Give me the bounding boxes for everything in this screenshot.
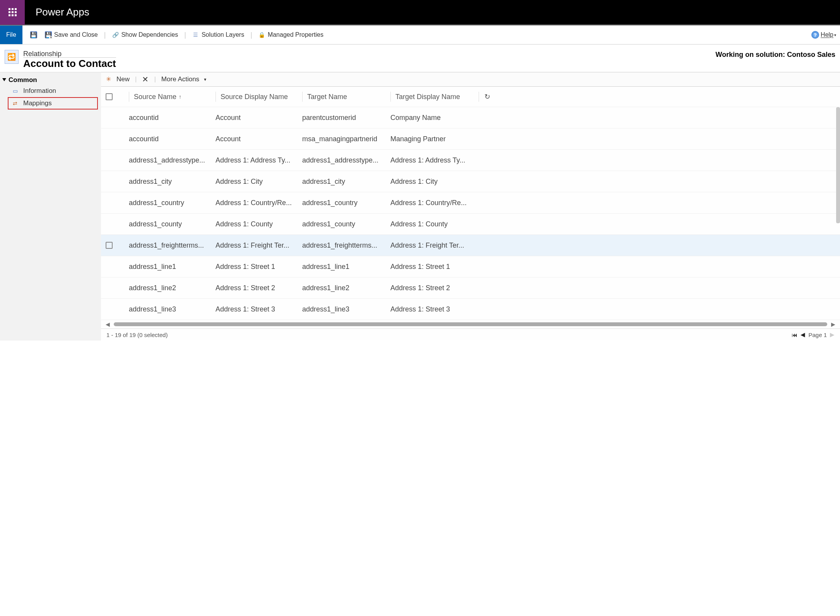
managed-properties-button[interactable]: 🔒 Managed Properties	[258, 31, 323, 38]
sidebar-item-label: Information	[23, 87, 56, 95]
layers-icon: ☰	[192, 31, 199, 38]
table-row[interactable]: accountidAccountmsa_managingpartneridMan…	[101, 128, 840, 150]
cell-target-name: address1_line3	[302, 305, 390, 313]
cell-target-display-name: Address 1: County	[390, 220, 479, 228]
more-actions-menu[interactable]: More Actions ▼	[161, 75, 207, 83]
cell-target-name: address1_addresstype...	[302, 156, 390, 164]
table-row[interactable]: address1_freightterms...Address 1: Freig…	[101, 235, 840, 256]
table-row[interactable]: accountidAccountparentcustomeridCompany …	[101, 107, 840, 128]
scroll-track[interactable]	[114, 322, 827, 326]
context-subtitle: Relationship	[23, 50, 116, 58]
cell-target-name: address1_country	[302, 199, 390, 207]
expand-icon	[2, 78, 6, 81]
app-launcher[interactable]	[0, 0, 25, 25]
cell-source-display-name: Address 1: Street 2	[216, 284, 302, 292]
cell-source-name: address1_line1	[129, 263, 216, 271]
horizontal-scrollbar[interactable]: ◀ ▶	[101, 320, 840, 329]
cell-target-display-name: Address 1: Country/Re...	[390, 199, 479, 207]
managed-icon: 🔒	[258, 31, 265, 38]
cell-source-display-name: Address 1: Street 3	[216, 305, 302, 313]
relationship-icon: 🔁	[5, 50, 19, 64]
solution-label: Working on solution: Contoso Sales	[715, 50, 835, 59]
context-title: Account to Contact	[23, 57, 116, 70]
cell-target-display-name: Managing Partner	[390, 135, 479, 143]
table-row[interactable]: address1_addresstype...Address 1: Addres…	[101, 150, 840, 171]
help-icon: ?	[811, 31, 819, 39]
cell-target-name: address1_county	[302, 220, 390, 228]
cell-source-display-name: Address 1: Country/Re...	[216, 199, 302, 207]
cell-source-display-name: Address 1: County	[216, 220, 302, 228]
prev-page-button[interactable]: ◀	[801, 331, 805, 338]
chevron-down-icon: ▼	[203, 77, 207, 82]
information-icon: ▭	[12, 87, 19, 94]
cell-source-display-name: Account	[216, 114, 302, 122]
managed-properties-label: Managed Properties	[268, 31, 323, 38]
column-target-name[interactable]: Target Name	[302, 92, 390, 102]
scroll-right-icon[interactable]: ▶	[831, 321, 835, 327]
cell-target-name: parentcustomerid	[302, 114, 390, 122]
grid-toolbar: ✳ New | ✕ | More Actions ▼	[101, 72, 840, 87]
save-button[interactable]: 💾	[30, 31, 39, 38]
new-label: New	[116, 75, 130, 83]
app-title: Power Apps	[36, 6, 89, 18]
tree-node-common[interactable]: Common	[0, 75, 101, 86]
show-dependencies-button[interactable]: 🔗 Show Dependencies	[112, 31, 178, 38]
table-row[interactable]: address1_countryAddress 1: Country/Re...…	[101, 192, 840, 214]
context-header: 🔁 Relationship Account to Contact Workin…	[0, 44, 840, 72]
cell-source-name: address1_city	[129, 178, 216, 186]
sidebar-item-mappings[interactable]: ⇄ Mappings	[8, 97, 98, 110]
ribbon-separator: |	[184, 31, 186, 39]
cell-source-display-name: Address 1: Freight Ter...	[216, 241, 302, 250]
show-dependencies-label: Show Dependencies	[121, 31, 178, 38]
table-row[interactable]: address1_line2Address 1: Street 2address…	[101, 277, 840, 299]
save-and-close-button[interactable]: 💾 Save and Close	[45, 31, 98, 38]
table-row[interactable]: address1_cityAddress 1: Cityaddress1_cit…	[101, 171, 840, 192]
table-row[interactable]: address1_line3Address 1: Street 3address…	[101, 299, 840, 320]
column-target-display-name[interactable]: Target Display Name	[390, 92, 479, 102]
scroll-left-icon[interactable]: ◀	[106, 321, 110, 327]
cell-target-name: address1_line1	[302, 263, 390, 271]
cell-target-display-name: Address 1: Freight Ter...	[390, 241, 479, 250]
cell-source-display-name: Address 1: Address Ty...	[216, 156, 302, 164]
chevron-down-icon: ▾	[834, 33, 836, 37]
column-source-display-name[interactable]: Source Display Name	[216, 92, 302, 102]
ribbon-separator: |	[250, 31, 252, 39]
cell-target-display-name: Company Name	[390, 114, 479, 122]
checkbox-icon	[106, 93, 113, 100]
cell-source-name: address1_country	[129, 199, 216, 207]
help-link[interactable]: ? Help ▾	[811, 31, 836, 39]
cell-source-name: accountid	[129, 135, 216, 143]
cell-source-display-name: Address 1: City	[216, 178, 302, 186]
refresh-icon: ↻	[484, 92, 491, 101]
sidebar: Common ▭ Information ⇄ Mappings	[0, 72, 101, 341]
column-source-name[interactable]: Source Name ↑	[129, 92, 216, 102]
save-close-icon: 💾	[45, 31, 52, 38]
new-icon: ✳	[105, 76, 112, 83]
select-all-column[interactable]	[106, 92, 129, 102]
grid-body[interactable]: accountidAccountparentcustomeridCompany …	[101, 107, 840, 320]
row-checkbox[interactable]	[106, 242, 129, 249]
first-page-button[interactable]: ⏮	[792, 332, 797, 338]
new-button[interactable]: ✳ New	[105, 75, 130, 83]
column-label: Source Display Name	[221, 93, 288, 101]
delete-button[interactable]: ✕	[142, 75, 149, 84]
cell-target-name: address1_freightterms...	[302, 241, 390, 250]
column-label: Target Display Name	[395, 93, 460, 101]
vertical-scroll-thumb[interactable]	[836, 107, 840, 223]
cell-target-name: msa_managingpartnerid	[302, 135, 390, 143]
cell-source-name: address1_line2	[129, 284, 216, 292]
table-row[interactable]: address1_line1Address 1: Street 1address…	[101, 256, 840, 277]
file-menu[interactable]: File	[0, 26, 22, 44]
table-row[interactable]: address1_countyAddress 1: Countyaddress1…	[101, 214, 840, 235]
sidebar-item-information[interactable]: ▭ Information	[0, 86, 101, 96]
mappings-icon: ⇄	[12, 100, 19, 107]
cell-target-name: address1_line2	[302, 284, 390, 292]
next-page-button[interactable]: ▶	[830, 331, 835, 338]
cell-source-name: address1_freightterms...	[129, 241, 216, 250]
main-panel: ✳ New | ✕ | More Actions ▼ Source Name ↑	[101, 72, 840, 341]
body: Common ▭ Information ⇄ Mappings ✳ New | …	[0, 72, 840, 341]
cell-target-name: address1_city	[302, 178, 390, 186]
checkbox-icon	[106, 242, 113, 249]
refresh-button[interactable]: ↻	[479, 92, 491, 102]
solution-layers-button[interactable]: ☰ Solution Layers	[192, 31, 244, 38]
